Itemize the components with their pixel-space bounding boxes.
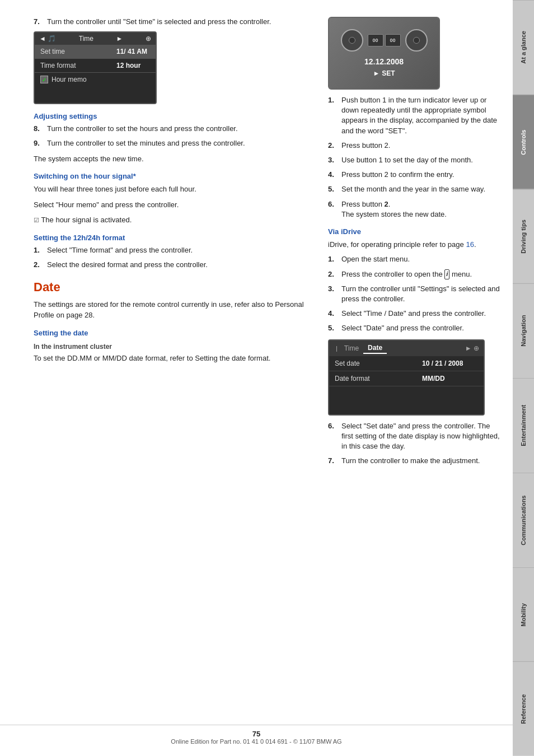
right-step-4: 4. Press button 2 to confirm the entry. (328, 170, 502, 180)
date-format-value: MM/DD (416, 371, 484, 386)
step-8-text: Turn the controller to set the hours and… (47, 124, 315, 134)
tab-reference[interactable]: Reference (513, 661, 534, 756)
via-step-3-number: 3. (328, 284, 337, 304)
screen-row-hour-memo: ✓ Hour memo (35, 73, 156, 86)
hour-memo-label: Hour memo (51, 76, 87, 83)
screen-row-time-format: Time format 12 hour (35, 59, 156, 73)
date-section-heading: Date (34, 280, 315, 295)
via-step-2-text: Press the controller to open the i menu. (341, 269, 502, 279)
two-column-layout: 7. Turn the controller until "Set time" … (34, 17, 502, 470)
tab-entertainment[interactable]: Entertainment (513, 378, 534, 473)
tab-communications[interactable]: Communications (513, 473, 534, 567)
via-idrive-heading: Via iDrive (328, 227, 502, 236)
page-number: 75 (252, 730, 260, 738)
footer-text: Online Edition for Part no. 01 41 0 014 … (171, 738, 341, 745)
set-time-value: 11/ 41 AM (111, 45, 156, 58)
tab-navigation[interactable]: Navigation (513, 283, 534, 378)
time-format-value: 12 hour (111, 59, 156, 72)
setting-format-heading: Setting the 12h/24h format (34, 234, 315, 242)
tab-controls[interactable]: Controls (513, 95, 534, 189)
format-step-2-number: 2. (34, 260, 43, 270)
right-step-5-text: Set the month and the year in the same w… (341, 184, 502, 194)
switching-hour-signal-heading: Switching on the hour signal* (34, 172, 315, 180)
via-step-5: 5. Select "Date" and press the controlle… (328, 323, 502, 333)
right-column: 00 00 12.12.2008 ► (328, 17, 502, 470)
right-step-1-number: 1. (328, 95, 337, 136)
step-8: 8. Turn the controller to set the hours … (34, 124, 315, 134)
system-accepts-time: The system accepts the new time. (34, 153, 315, 165)
right-step-3-number: 3. (328, 155, 337, 165)
date-intro: The settings are stored for the remote c… (34, 299, 315, 321)
via-step-1-number: 1. (328, 254, 337, 264)
set-time-label: Set time (35, 45, 111, 58)
left-column: 7. Turn the controller until "Set time" … (34, 17, 315, 470)
cluster-set-arrow: ► (373, 69, 380, 77)
step-7b: 7. Turn the controller to make the adjus… (328, 456, 502, 466)
right-step-5-number: 5. (328, 184, 337, 194)
screen-header: ◄ 🎵 Time ► ⊕ (35, 32, 156, 45)
step-7: 7. Turn the controller until "Set time" … (34, 17, 315, 27)
via-step-2: 2. Press the controller to open the i me… (328, 269, 502, 279)
tab-driving-tips[interactable]: Driving tips (513, 189, 534, 284)
format-step-1-text: Select "Time format" and press the contr… (47, 245, 315, 255)
right-step-2: 2. Press button 2. (328, 141, 502, 151)
time-format-label: Time format (35, 59, 111, 72)
tab-at-a-glance[interactable]: At a glance (513, 0, 534, 95)
via-idrive-intro: iDrive, for operating principle refer to… (328, 239, 502, 250)
right-step-5: 5. Set the month and the year in the sam… (328, 184, 502, 194)
via-step-2-number: 2. (328, 269, 337, 279)
step-9-number: 9. (34, 138, 43, 148)
side-navigation: At a glance Controls Driving tips Naviga… (513, 0, 534, 756)
date-screen-row-date-format: Date format MM/DD (329, 371, 484, 386)
idrive-page-link[interactable]: 16 (466, 240, 474, 249)
screen-back-arrow: ◄ 🎵 (39, 35, 56, 43)
step-6b: 6. Select "Set date" and press the contr… (328, 421, 502, 452)
via-step-4-text: Select "Time / Date" and press the contr… (341, 309, 502, 319)
hour-signal-para3: ☑ The hour signal is activated. (34, 214, 315, 226)
via-step-3: 3. Turn the controller until "Settings" … (328, 284, 502, 304)
step-6b-text: Select "Set date" and press the controll… (341, 421, 502, 452)
step-7b-number: 7. (328, 456, 337, 466)
date-format-label: Date format (329, 371, 416, 386)
in-instrument-cluster-heading: In the instrument cluster (34, 343, 315, 351)
check-icon: ☑ (34, 217, 39, 223)
time-screen-mockup: ◄ 🎵 Time ► ⊕ Set time 11/ 41 AM Time for… (34, 31, 157, 104)
tab-date: Date (363, 343, 387, 354)
right-step-6-number: 6. (328, 199, 337, 220)
step-8-number: 8. (34, 124, 43, 134)
step-7b-text: Turn the controller to make the adjustme… (341, 456, 502, 466)
via-step-4: 4. Select "Time / Date" and press the co… (328, 309, 502, 319)
set-date-label: Set date (329, 356, 416, 371)
format-step-1-number: 1. (34, 245, 43, 255)
right-step-6-text: Press button 2.The system stores the new… (341, 199, 502, 220)
right-step-2-text: Press button 2. (341, 141, 502, 151)
format-step-1: 1. Select "Time format" and press the co… (34, 245, 315, 255)
page-footer: 75 Online Edition for Part no. 01 41 0 0… (0, 725, 513, 745)
step-9-text: Turn the controller to set the minutes a… (47, 138, 315, 148)
screen-menu-icon: ⊕ (146, 35, 151, 43)
right-step-2-number: 2. (328, 141, 337, 151)
tab-mobility[interactable]: Mobility (513, 567, 534, 662)
via-step-1-text: Open the start menu. (341, 254, 502, 264)
via-step-5-text: Select "Date" and press the controller. (341, 323, 502, 333)
hour-memo-checkbox: ✓ (40, 76, 48, 83)
tab-time: Time (340, 343, 363, 353)
right-step-4-number: 4. (328, 170, 337, 180)
date-screen-row-set-date: Set date 10 / 21 / 2008 (329, 356, 484, 371)
hour-signal-para1: You will hear three tones just before ea… (34, 184, 315, 195)
via-step-4-number: 4. (328, 309, 337, 319)
right-step-1: 1. Push button 1 in the turn indicator l… (328, 95, 502, 136)
via-step-5-number: 5. (328, 323, 337, 333)
hour-signal-para2: Select "Hour memo" and press the control… (34, 199, 315, 211)
right-step-4-text: Press button 2 to confirm the entry. (341, 170, 502, 180)
step-6b-number: 6. (328, 421, 337, 452)
format-step-2: 2. Select the desired format and press t… (34, 260, 315, 270)
date-screen-mockup: | Time Date ► ⊕ Set date 10 / 21 / 2008 … (328, 339, 485, 416)
format-step-2-text: Select the desired format and press the … (47, 260, 315, 270)
instrument-cluster-image: 00 00 12.12.2008 ► (328, 17, 440, 90)
cluster-para: To set the DD.MM or MM/DD date format, r… (34, 353, 315, 364)
via-step-3-text: Turn the controller until "Settings" is … (341, 284, 502, 304)
main-content: 7. Turn the controller until "Set time" … (0, 0, 513, 756)
screen-title: Time (79, 35, 93, 43)
idrive-i-icon: i (444, 269, 449, 279)
